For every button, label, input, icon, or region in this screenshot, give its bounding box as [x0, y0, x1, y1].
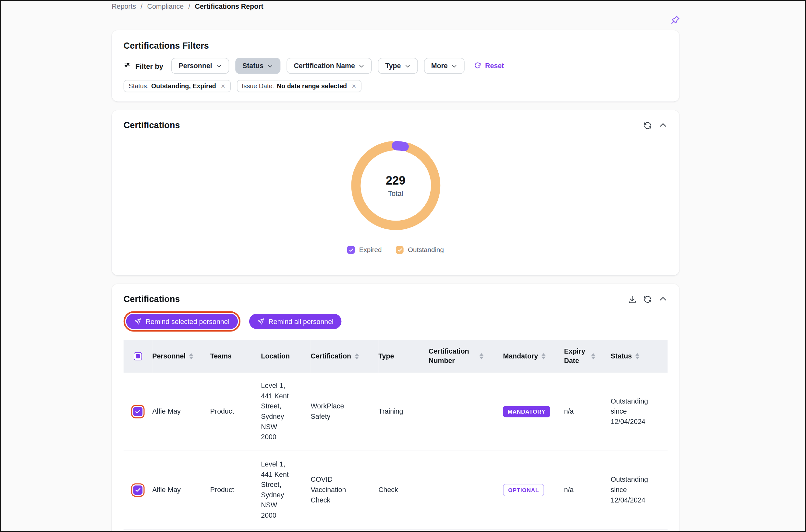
send-icon	[134, 318, 142, 325]
certifications-table: Personnel Teams Location Certification T…	[124, 340, 668, 530]
cell-location: Level 1, 441 Kent Street, Sydney NSW 200…	[261, 451, 311, 529]
breadcrumb-separator: /	[188, 3, 190, 11]
reset-icon	[474, 62, 482, 70]
cell-type: Check	[378, 451, 429, 529]
check-icon	[397, 247, 403, 252]
download-icon[interactable]	[627, 295, 637, 304]
column-header-status[interactable]: Status	[611, 340, 668, 373]
cell-status: Outstanding since 12/04/2024	[611, 373, 668, 451]
refresh-icon[interactable]	[643, 295, 652, 304]
cell-expiry-date: n/a	[564, 373, 611, 451]
legend-checkbox-outstanding[interactable]	[396, 246, 404, 254]
donut-chart: 229 Total Expired Outstanding	[124, 131, 668, 254]
certifications-table-card: Certifications Remind selected personnel	[112, 284, 679, 532]
breadcrumb: Reports / Compliance / Certifications Re…	[112, 3, 263, 11]
chevron-down-icon	[359, 63, 365, 69]
cell-certification-number	[429, 373, 503, 451]
filter-button-personnel[interactable]: Personnel	[171, 58, 229, 74]
filters-row: Filter by Personnel Status Certification…	[124, 58, 668, 74]
chevron-down-icon	[267, 63, 273, 69]
cell-mandatory: OPTIONAL	[503, 451, 564, 529]
close-icon[interactable]: ✕	[221, 83, 226, 90]
donut-total-value: 229	[386, 174, 406, 188]
row-checkbox[interactable]	[133, 485, 143, 494]
table-row: Alfie May Product Level 1, 441 Kent Stre…	[124, 451, 668, 529]
table-header-row: Personnel Teams Location Certification T…	[124, 340, 668, 373]
chart-legend: Expired Outstanding	[347, 246, 444, 254]
select-all-checkbox[interactable]	[134, 352, 142, 360]
cell-personnel: Alfie May	[152, 451, 210, 529]
breadcrumb-reports[interactable]: Reports	[112, 3, 136, 11]
filter-button-status[interactable]: Status	[235, 58, 280, 74]
cell-location: Level 1, 441 Kent Street, Sydney NSW 200…	[261, 373, 311, 451]
active-filter-chips: Status: Outstanding, Expired ✕ Issue Dat…	[124, 80, 668, 92]
highlight-ring	[131, 405, 144, 418]
collapse-icon[interactable]	[658, 295, 668, 304]
cell-status: Outstanding since 12/04/2024	[611, 451, 668, 529]
column-header-certification[interactable]: Certification	[311, 340, 379, 373]
legend-item-outstanding: Outstanding	[396, 246, 444, 254]
certifications-chart-card: Certifications 229 Total	[112, 110, 679, 276]
donut-center: 229 Total	[346, 136, 445, 234]
filter-chip-issue-date: Issue Date: No date range selected ✕	[237, 80, 361, 92]
filter-button-certification-name[interactable]: Certification Name	[286, 58, 372, 74]
refresh-icon[interactable]	[643, 121, 652, 130]
chevron-down-icon	[216, 63, 222, 69]
filter-by-label: Filter by	[124, 62, 163, 70]
sort-icon	[635, 353, 640, 359]
filters-card: Certifications Filters Filter by Personn…	[112, 30, 679, 101]
table-row: Alfie May Product Level 1, 441 Kent Stre…	[124, 373, 668, 451]
sort-icon	[355, 353, 359, 359]
filter-chip-status: Status: Outstanding, Expired ✕	[124, 80, 231, 92]
cell-certification-number	[429, 451, 503, 529]
highlight-ring: Remind selected personnel	[124, 311, 240, 331]
breadcrumb-separator: /	[140, 3, 143, 11]
optional-badge: OPTIONAL	[503, 484, 544, 496]
filters-title: Certifications Filters	[124, 41, 668, 51]
column-header-teams: Teams	[210, 340, 261, 373]
chevron-down-icon	[451, 63, 457, 69]
reset-filters-button[interactable]: Reset	[474, 62, 504, 70]
pin-icon[interactable]	[670, 14, 681, 26]
sort-icon	[542, 353, 546, 359]
breadcrumb-compliance[interactable]: Compliance	[147, 3, 184, 11]
column-header-personnel[interactable]: Personnel	[152, 340, 210, 373]
sort-icon	[480, 353, 484, 359]
mandatory-badge: MANDATORY	[503, 406, 550, 417]
sort-icon	[189, 353, 193, 359]
check-icon	[135, 487, 141, 493]
column-header-type: Type	[378, 340, 429, 373]
select-all-header-cell	[124, 340, 152, 373]
row-checkbox[interactable]	[133, 407, 143, 416]
page: Reports / Compliance / Certifications Re…	[1, 1, 805, 532]
highlight-ring	[131, 483, 144, 497]
chart-card-title: Certifications	[124, 120, 180, 131]
column-header-certification-number[interactable]: Certification Number	[429, 340, 503, 373]
column-header-mandatory[interactable]: Mandatory	[503, 340, 564, 373]
donut-total-label: Total	[388, 189, 403, 197]
cell-mandatory: MANDATORY	[503, 373, 564, 451]
row-checkbox-cell	[124, 451, 152, 529]
legend-item-expired: Expired	[347, 246, 381, 254]
remind-all-personnel-button[interactable]: Remind all personnel	[249, 314, 342, 329]
remind-selected-personnel-button[interactable]: Remind selected personnel	[126, 314, 238, 329]
row-checkbox-cell	[124, 373, 152, 451]
cell-personnel: Alfie May	[152, 373, 210, 451]
filter-button-type[interactable]: Type	[378, 58, 418, 74]
cell-teams: Product	[210, 373, 261, 451]
column-header-expiry-date[interactable]: Expiry Date	[564, 340, 611, 373]
table-card-title: Certifications	[124, 294, 180, 305]
close-icon[interactable]: ✕	[351, 83, 356, 90]
cell-teams: Product	[210, 451, 261, 529]
chevron-down-icon	[404, 63, 410, 69]
collapse-icon[interactable]	[658, 121, 668, 130]
breadcrumb-current-page: Certifications Report	[195, 3, 263, 11]
legend-checkbox-expired[interactable]	[347, 246, 355, 254]
adjustments-icon	[124, 62, 131, 70]
screenshot-frame: Reports / Compliance / Certifications Re…	[0, 0, 806, 532]
cell-certification: WorkPlace Safety	[311, 373, 379, 451]
check-icon	[349, 247, 354, 252]
column-header-location: Location	[261, 340, 311, 373]
cell-type: Training	[378, 373, 429, 451]
filter-button-more[interactable]: More	[424, 58, 465, 74]
